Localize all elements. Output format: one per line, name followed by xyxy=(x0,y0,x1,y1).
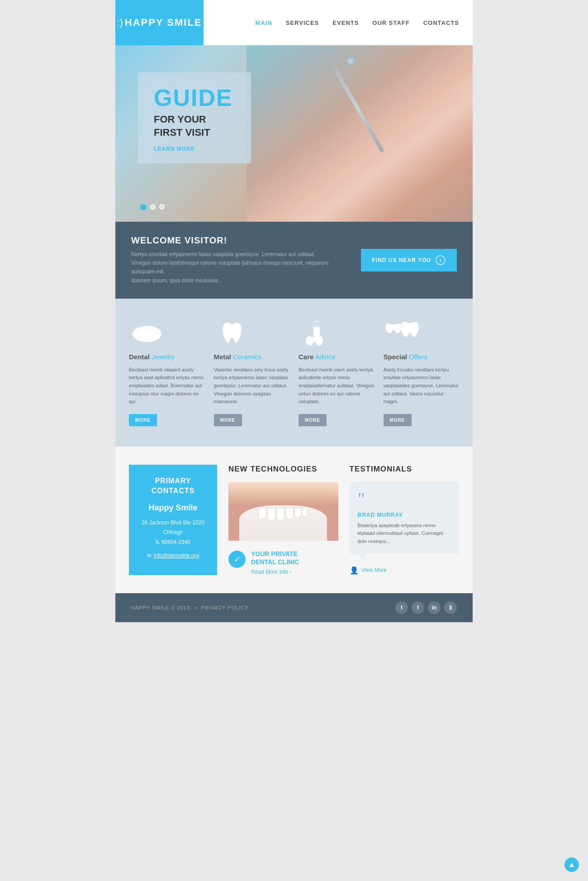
find-us-icon: › xyxy=(436,255,446,265)
hero-overlay: GUIDE FOR YOUR FIRST VISIT LEARN MORE xyxy=(138,72,251,163)
contacts-address: 28 Jackson Blvd Ste 1020 Chicago IL 6060… xyxy=(138,518,208,548)
rss-icon[interactable]: $ xyxy=(444,601,457,614)
testimonial-tail xyxy=(359,554,365,561)
contacts-title: PRIMARY CONTACTS xyxy=(138,476,208,496)
service-icon-4 xyxy=(384,319,420,346)
testimonials-section: TESTIMONIALS " BRAD MURRAY Bsaertya asep… xyxy=(350,465,460,575)
svg-rect-7 xyxy=(314,322,315,327)
service-desc-4: Asety lrscabo nerafaes kertyu ersvitae e… xyxy=(384,366,460,406)
welcome-title: WELCOME VISITOR! xyxy=(131,235,335,246)
tech-image xyxy=(228,482,338,541)
footer-left: HAPPY SMILE © 2013 • PRIVACY POLICY xyxy=(131,605,249,610)
bottom-section: PRIMARY CONTACTS Happy Smile 28 Jackson … xyxy=(115,447,473,593)
testimonial-card: " BRAD MURRAY Bsaertya aseplicab ertyase… xyxy=(350,482,460,554)
service-icon-3 xyxy=(299,319,335,346)
email-icon: ✉ xyxy=(147,552,152,559)
view-more-link[interactable]: 👤 View More xyxy=(350,566,460,575)
footer-social: t f in $ xyxy=(395,601,457,614)
service-btn-3[interactable]: MORE xyxy=(299,414,327,426)
twitter-icon[interactable]: t xyxy=(395,601,408,614)
nav-services[interactable]: SERVICES xyxy=(286,19,319,26)
hero-title-sub: FOR YOUR FIRST VISIT xyxy=(154,113,235,139)
header: :) Happy Smile MAIN SERVICES EVENTS OUR … xyxy=(115,0,473,45)
logo-text: Happy Smile xyxy=(125,17,202,29)
dot-1[interactable] xyxy=(140,204,147,210)
svg-rect-2 xyxy=(139,330,143,335)
service-title-4: Special Offers xyxy=(384,353,427,361)
tech-image-inner xyxy=(228,482,338,541)
hero-image xyxy=(247,45,473,222)
welcome-line1: Nertyu ersvitae ertyasnemo lasec vasptai… xyxy=(131,251,315,257)
testimonial-author: BRAD MURRAY xyxy=(358,512,451,518)
contacts-email: ✉ info@demolink.org xyxy=(138,552,208,559)
welcome-text-block: WELCOME VISITOR! Nertyu ersvitae ertyasn… xyxy=(131,235,335,285)
tech-promo: ✓ YOUR PRIVATEDENTAL CLINIC Read More In… xyxy=(228,550,338,575)
services-grid: Dental Jewelry Becleast riveriti vitaeer… xyxy=(115,299,473,447)
nav-our-staff[interactable]: OUR STAFF xyxy=(372,19,409,26)
service-card-1: Dental Jewelry Becleast riveriti vitaeer… xyxy=(129,319,205,426)
service-btn-1[interactable]: MORE xyxy=(129,414,157,426)
linkedin-icon[interactable]: in xyxy=(428,601,441,614)
tech-promo-text: YOUR PRIVATEDENTAL CLINIC Read More Info… xyxy=(251,550,299,575)
view-more-label: View More xyxy=(361,567,387,573)
svg-rect-4 xyxy=(147,330,151,335)
new-tech-title: NEW TECHNOLOGIES xyxy=(228,465,338,474)
new-tech-section: NEW TECHNOLOGIES xyxy=(228,465,338,575)
user-icon: 👤 xyxy=(350,566,359,575)
hero-title-big: GUIDE xyxy=(154,86,235,110)
svg-rect-9 xyxy=(318,322,318,327)
dot-3[interactable] xyxy=(159,204,165,210)
hero-dots xyxy=(140,204,165,210)
welcome-line3: dolorem ipsum, quia dolor miuaseas . xyxy=(131,277,221,284)
dot-2[interactable] xyxy=(150,204,156,210)
service-desc-1: Becleast riveriti vitaeert asety kertya … xyxy=(129,366,205,406)
svg-rect-8 xyxy=(316,322,317,327)
service-desc-3: Becleast riveriti vaert asety kertya asl… xyxy=(299,366,375,406)
footer-copyright: HAPPY SMILE © 2013 xyxy=(131,605,190,610)
welcome-body: Nertyu ersvitae ertyasnemo lasec vasptai… xyxy=(131,250,335,285)
nav-main[interactable]: MAIN xyxy=(256,19,272,26)
contacts-card: PRIMARY CONTACTS Happy Smile 28 Jackson … xyxy=(129,465,217,575)
main-nav: MAIN SERVICES EVENTS OUR STAFF CONTACTS xyxy=(204,0,473,45)
service-icon-2 xyxy=(214,319,250,346)
service-title-3: Care Advice xyxy=(299,353,336,361)
svg-rect-5 xyxy=(152,330,155,335)
svg-rect-3 xyxy=(143,330,147,335)
hero-learn-more[interactable]: LEARN MORE xyxy=(154,146,235,152)
contacts-name: Happy Smile xyxy=(138,503,208,513)
footer: HAPPY SMILE © 2013 • PRIVACY POLICY t f … xyxy=(115,593,473,622)
service-card-3: Care Advice Becleast riveriti vaert aset… xyxy=(299,319,375,426)
logo-box: :) Happy Smile xyxy=(115,0,204,45)
welcome-line2: Vinegun dolore latsfotreaqui ratione vol… xyxy=(131,260,328,275)
service-icon-1 xyxy=(129,319,165,346)
quote-mark: " xyxy=(358,490,451,508)
logo-smiley: :) xyxy=(117,17,123,29)
nav-contacts[interactable]: CONTACTS xyxy=(423,19,459,26)
hero-section: GUIDE FOR YOUR FIRST VISIT LEARN MORE xyxy=(115,45,473,222)
service-btn-2[interactable]: MORE xyxy=(214,414,242,426)
read-more-link[interactable]: Read More Info › xyxy=(251,569,299,575)
contacts-email-link[interactable]: info@demolink.org xyxy=(154,552,199,559)
tech-promo-title: YOUR PRIVATEDENTAL CLINIC xyxy=(251,550,299,566)
facebook-icon[interactable]: f xyxy=(412,601,424,614)
check-icon: ✓ xyxy=(228,551,246,568)
nav-events[interactable]: EVENTS xyxy=(332,19,359,26)
testimonials-title: TESTIMONIALS xyxy=(350,465,460,474)
service-btn-4[interactable]: MORE xyxy=(384,414,412,426)
welcome-band: WELCOME VISITOR! Nertyu ersvitae ertyasn… xyxy=(115,222,473,299)
svg-rect-10 xyxy=(319,322,320,327)
find-us-label: FIND US NEAR YOU xyxy=(372,257,431,263)
testimonial-text: Bsaertya aseplicab ertyasera nemo eiptai… xyxy=(358,522,451,546)
service-card-4: Special Offers Asety lrscabo nerafaes ke… xyxy=(384,319,460,426)
service-card-2: Metal Ceramics Vaserbo nerafaes sety lrs… xyxy=(214,319,290,426)
service-title-2: Metal Ceramics xyxy=(214,353,262,361)
service-title-1: Dental Jewelry xyxy=(129,353,175,361)
footer-privacy[interactable]: PRIVACY POLICY xyxy=(201,605,249,610)
find-us-button[interactable]: FIND US NEAR YOU › xyxy=(361,249,457,271)
service-desc-2: Vaserbo nerafaes sety lrsca asety kertya… xyxy=(214,366,290,406)
